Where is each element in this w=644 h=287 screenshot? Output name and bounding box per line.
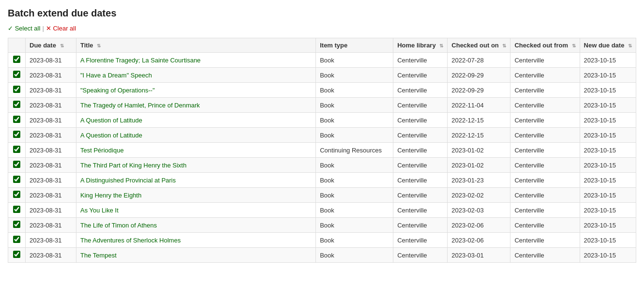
row-title[interactable]: A Florentine Tragedy; La Sainte Courtisa… [76, 53, 316, 68]
row-new-due-date: 2023-10-15 [580, 83, 636, 98]
row-home-library: Centerville [393, 188, 448, 203]
table-row: 2023-08-31The Tragedy of Hamlet, Prince … [8, 98, 636, 113]
row-item-type: Book [316, 188, 393, 203]
row-title[interactable]: A Question of Latitude [76, 128, 316, 143]
title-link[interactable]: A Question of Latitude [80, 117, 142, 124]
title-link[interactable]: A Distinguished Provincial at Paris [80, 177, 176, 184]
row-checkbox[interactable] [13, 206, 20, 213]
row-title[interactable]: As You Like It [76, 203, 316, 218]
row-due-date: 2023-08-31 [26, 113, 76, 128]
title-link[interactable]: As You Like It [80, 207, 119, 214]
row-title[interactable]: Test Périodique [76, 143, 316, 158]
row-checkbox[interactable] [13, 131, 20, 138]
row-checkbox[interactable] [13, 101, 20, 108]
table-row: 2023-08-31As You Like ItBookCenterville2… [8, 203, 636, 218]
col-header-home-library[interactable]: Home library ⇅ [393, 38, 448, 53]
title-link[interactable]: The Tragedy of Hamlet, Prince of Denmark [80, 102, 200, 109]
row-home-library: Centerville [393, 248, 448, 263]
col-header-checked-out-from[interactable]: Checked out from ⇅ [510, 38, 580, 53]
table-row: 2023-08-31"Speaking of Operations--"Book… [8, 83, 636, 98]
row-checkbox[interactable] [13, 56, 20, 63]
row-due-date: 2023-08-31 [26, 53, 76, 68]
row-checked-out-on: 2023-01-02 [448, 158, 510, 173]
row-checked-out-from: Centerville [510, 68, 580, 83]
row-title[interactable]: The Adventures of Sherlock Holmes [76, 233, 316, 248]
row-new-due-date: 2023-10-15 [580, 218, 636, 233]
row-checked-out-from: Centerville [510, 158, 580, 173]
row-due-date: 2023-08-31 [26, 68, 76, 83]
title-link[interactable]: Test Périodique [80, 147, 124, 154]
table-row: 2023-08-31A Distinguished Provincial at … [8, 173, 636, 188]
row-checkbox[interactable] [13, 161, 20, 168]
row-checked-out-from: Centerville [510, 53, 580, 68]
row-title[interactable]: "Speaking of Operations--" [76, 83, 316, 98]
select-all-button[interactable]: Select all [8, 25, 40, 32]
row-title[interactable]: A Question of Latitude [76, 113, 316, 128]
row-checkbox[interactable] [13, 251, 20, 258]
row-checkbox[interactable] [13, 116, 20, 123]
row-checked-out-on: 2023-02-02 [448, 188, 510, 203]
row-title[interactable]: The Third Part of King Henry the Sixth [76, 158, 316, 173]
col-header-checked-out-on[interactable]: Checked out on ⇅ [448, 38, 510, 53]
table-row: 2023-08-31The Life of Timon of AthensBoo… [8, 218, 636, 233]
col-header-due-date[interactable]: Due date ⇅ [26, 38, 76, 53]
row-checkbox[interactable] [13, 176, 20, 183]
row-checked-out-from: Centerville [510, 188, 580, 203]
row-title[interactable]: King Henry the Eighth [76, 188, 316, 203]
row-checkbox[interactable] [13, 146, 20, 153]
title-link[interactable]: King Henry the Eighth [80, 192, 141, 199]
row-title[interactable]: The Tempest [76, 248, 316, 263]
table-header: Due date ⇅ Title ⇅ Item type Home librar… [8, 38, 636, 53]
row-due-date: 2023-08-31 [26, 203, 76, 218]
col-header-new-due-date[interactable]: New due date ⇅ [580, 38, 636, 53]
clear-all-button[interactable]: Clear all [46, 25, 76, 32]
row-home-library: Centerville [393, 98, 448, 113]
title-link[interactable]: The Adventures of Sherlock Holmes [80, 237, 180, 244]
row-new-due-date: 2023-10-15 [580, 188, 636, 203]
table-row: 2023-08-31A Question of LatitudeBookCent… [8, 128, 636, 143]
table-row: 2023-08-31King Henry the EighthBookCente… [8, 188, 636, 203]
row-title[interactable]: The Life of Timon of Athens [76, 218, 316, 233]
row-item-type: Book [316, 173, 393, 188]
row-home-library: Centerville [393, 233, 448, 248]
row-item-type: Book [316, 68, 393, 83]
sort-icon-out-from: ⇅ [572, 43, 576, 48]
row-checkbox[interactable] [13, 71, 20, 78]
row-new-due-date: 2023-10-15 [580, 158, 636, 173]
row-checked-out-on: 2022-09-29 [448, 83, 510, 98]
row-checkbox[interactable] [13, 86, 20, 93]
title-link[interactable]: The Third Part of King Henry the Sixth [80, 162, 186, 169]
row-checkbox[interactable] [13, 191, 20, 198]
row-checked-out-from: Centerville [510, 173, 580, 188]
row-checked-out-from: Centerville [510, 128, 580, 143]
row-due-date: 2023-08-31 [26, 218, 76, 233]
row-checked-out-on: 2023-01-02 [448, 143, 510, 158]
title-link[interactable]: The Tempest [80, 252, 117, 259]
row-checked-out-on: 2022-11-04 [448, 98, 510, 113]
col-header-title[interactable]: Title ⇅ [76, 38, 316, 53]
row-checkbox[interactable] [13, 236, 20, 243]
title-link[interactable]: The Life of Timon of Athens [80, 222, 157, 229]
row-checked-out-from: Centerville [510, 218, 580, 233]
row-checkbox[interactable] [13, 221, 20, 228]
row-home-library: Centerville [393, 158, 448, 173]
table-row: 2023-08-31"I Have a Dream" SpeechBookCen… [8, 68, 636, 83]
row-title[interactable]: The Tragedy of Hamlet, Prince of Denmark [76, 98, 316, 113]
row-checked-out-on: 2022-07-28 [448, 53, 510, 68]
col-header-check [8, 38, 26, 53]
row-item-type: Book [316, 83, 393, 98]
row-checked-out-on: 2022-12-15 [448, 128, 510, 143]
title-link[interactable]: "Speaking of Operations--" [80, 87, 155, 94]
row-checked-out-from: Centerville [510, 113, 580, 128]
sort-icon-new-due: ⇅ [628, 43, 632, 48]
row-title[interactable]: "I Have a Dream" Speech [76, 68, 316, 83]
row-checked-out-from: Centerville [510, 248, 580, 263]
row-item-type: Book [316, 128, 393, 143]
title-link[interactable]: A Florentine Tragedy; La Sainte Courtisa… [80, 57, 201, 64]
col-header-item-type[interactable]: Item type [316, 38, 393, 53]
title-link[interactable]: "I Have a Dream" Speech [80, 72, 152, 79]
row-title[interactable]: A Distinguished Provincial at Paris [76, 173, 316, 188]
row-due-date: 2023-08-31 [26, 143, 76, 158]
sort-icon-due: ⇅ [60, 43, 64, 48]
title-link[interactable]: A Question of Latitude [80, 132, 142, 139]
